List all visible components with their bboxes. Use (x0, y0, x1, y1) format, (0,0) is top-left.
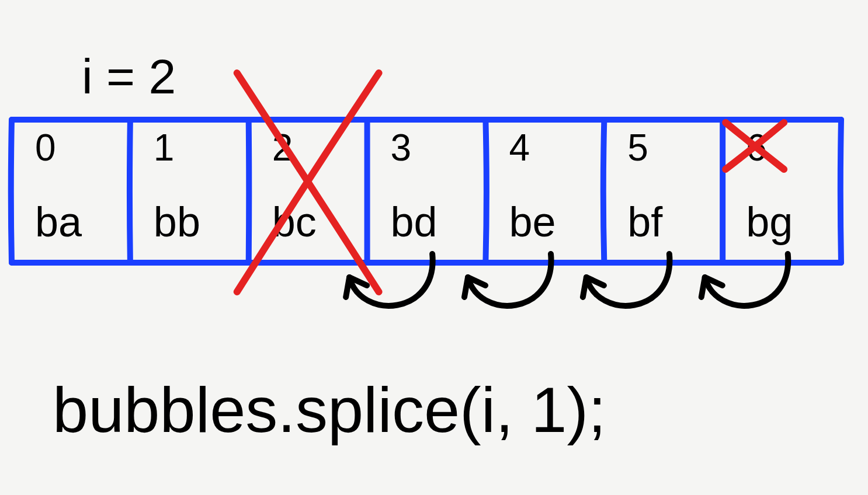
cell-value: bf (627, 198, 663, 245)
cell-value: bg (746, 198, 793, 245)
cell-index: 4 (509, 127, 530, 169)
array-border-left (11, 120, 12, 263)
cell-index: 3 (391, 127, 412, 169)
splice-diagram: i = 2 0ba1bb2bc3bd4be5bf6bg bubbles.spli… (0, 0, 868, 495)
variable-assignment: i = 2 (82, 49, 176, 104)
array-divider (603, 121, 604, 261)
array-divider (130, 121, 130, 261)
cell-value: bd (391, 198, 438, 245)
cell-index: 5 (627, 127, 648, 169)
code-line: bubbles.splice(i, 1); (53, 374, 606, 445)
cell-value: ba (35, 198, 82, 245)
array-border-right (841, 120, 841, 263)
array-divider (249, 121, 249, 261)
array-border-top (12, 119, 841, 120)
cell-index: 1 (154, 127, 175, 169)
cell-value: bb (154, 198, 200, 245)
array-border-bottom (12, 263, 841, 263)
cell-index: 0 (35, 127, 56, 169)
array-divider (485, 121, 486, 261)
cell-value: be (509, 198, 555, 245)
